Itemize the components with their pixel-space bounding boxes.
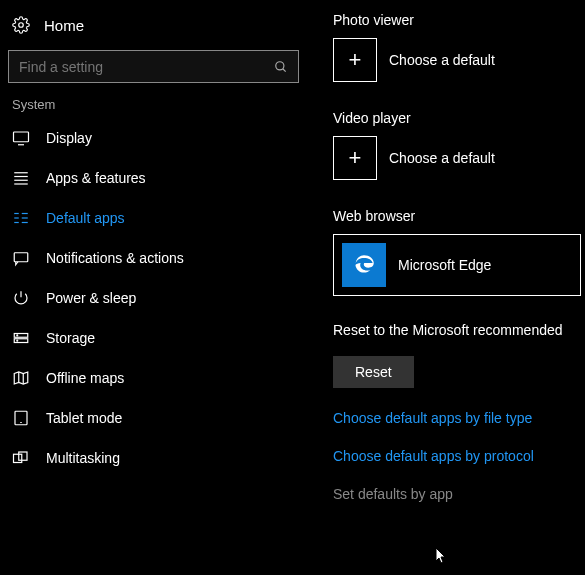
- photo-viewer-choose[interactable]: + Choose a default: [333, 38, 585, 82]
- sidebar-item-maps[interactable]: Offline maps: [8, 358, 305, 398]
- choose-default-label: Choose a default: [389, 150, 495, 166]
- search-field[interactable]: [19, 59, 274, 75]
- svg-point-18: [17, 335, 18, 336]
- svg-point-19: [17, 340, 18, 341]
- defaults-icon: [12, 209, 30, 227]
- edge-icon: [342, 243, 386, 287]
- reset-description: Reset to the Microsoft recommended: [333, 322, 585, 338]
- sidebar-item-label: Multitasking: [46, 450, 120, 466]
- sidebar-item-label: Power & sleep: [46, 290, 136, 306]
- sidebar-item-notifications[interactable]: Notifications & actions: [8, 238, 305, 278]
- apps-icon: [12, 169, 30, 187]
- search-input[interactable]: [8, 50, 299, 83]
- sidebar-item-label: Storage: [46, 330, 95, 346]
- svg-point-1: [276, 61, 284, 69]
- sidebar-item-label: Notifications & actions: [46, 250, 184, 266]
- reset-button[interactable]: Reset: [333, 356, 414, 388]
- photo-viewer-title: Photo viewer: [333, 12, 585, 28]
- svg-rect-25: [19, 452, 27, 460]
- svg-rect-15: [14, 253, 28, 262]
- sidebar-item-label: Apps & features: [46, 170, 146, 186]
- sidebar-item-display[interactable]: Display: [8, 118, 305, 158]
- svg-rect-3: [14, 132, 29, 142]
- link-defaults-by-protocol[interactable]: Choose default apps by protocol: [333, 448, 585, 464]
- link-defaults-by-app[interactable]: Set defaults by app: [333, 486, 585, 502]
- home-label: Home: [44, 17, 84, 34]
- search-icon: [274, 60, 288, 74]
- sidebar-item-label: Display: [46, 130, 92, 146]
- power-icon: [12, 289, 30, 307]
- gear-icon: [12, 16, 30, 34]
- maps-icon: [12, 369, 30, 387]
- display-icon: [12, 129, 30, 147]
- storage-icon: [12, 329, 30, 347]
- sidebar-item-label: Default apps: [46, 210, 125, 226]
- svg-point-0: [19, 23, 24, 28]
- sidebar-item-label: Tablet mode: [46, 410, 122, 426]
- link-defaults-by-file-type[interactable]: Choose default apps by file type: [333, 410, 585, 426]
- multitask-icon: [12, 449, 30, 467]
- web-browser-choose[interactable]: Microsoft Edge: [333, 234, 581, 296]
- sidebar-item-power[interactable]: Power & sleep: [8, 278, 305, 318]
- home-button[interactable]: Home: [8, 10, 305, 44]
- svg-line-2: [283, 68, 286, 71]
- tablet-icon: [12, 409, 30, 427]
- plus-icon: +: [333, 38, 377, 82]
- video-player-title: Video player: [333, 110, 585, 126]
- sidebar-item-tablet[interactable]: Tablet mode: [8, 398, 305, 438]
- sidebar-item-label: Offline maps: [46, 370, 124, 386]
- video-player-choose[interactable]: + Choose a default: [333, 136, 585, 180]
- web-browser-selected-label: Microsoft Edge: [398, 257, 491, 273]
- sidebar-item-default-apps[interactable]: Default apps: [8, 198, 305, 238]
- sidebar-item-storage[interactable]: Storage: [8, 318, 305, 358]
- sidebar-section-label: System: [12, 97, 305, 112]
- sidebar-item-multitasking[interactable]: Multitasking: [8, 438, 305, 478]
- sidebar-item-apps[interactable]: Apps & features: [8, 158, 305, 198]
- web-browser-title: Web browser: [333, 208, 585, 224]
- choose-default-label: Choose a default: [389, 52, 495, 68]
- plus-icon: +: [333, 136, 377, 180]
- notifications-icon: [12, 249, 30, 267]
- svg-rect-24: [14, 454, 22, 462]
